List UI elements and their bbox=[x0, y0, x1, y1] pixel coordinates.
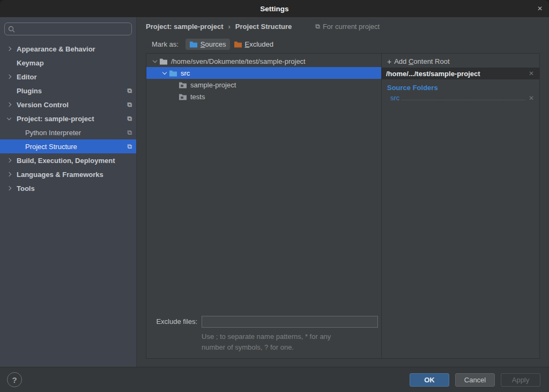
per-project-icon: ⧉ bbox=[127, 143, 132, 150]
excluded-folder-icon bbox=[234, 41, 242, 48]
per-project-icon: ⧉ bbox=[127, 87, 132, 94]
folder-icon bbox=[159, 58, 168, 65]
cancel-button[interactable]: Cancel bbox=[455, 373, 495, 387]
chevron-down-icon bbox=[153, 58, 157, 62]
sidebar-item-languages-frameworks[interactable]: Languages & Frameworks bbox=[0, 167, 136, 181]
page-title: Project Structure bbox=[235, 23, 292, 31]
source-folder-icon bbox=[189, 41, 198, 48]
content-root-details: + Add Content Root /home/.../test/sample… bbox=[381, 54, 539, 358]
ok-button[interactable]: OK bbox=[410, 373, 449, 387]
apply-button[interactable]: Apply bbox=[501, 373, 540, 387]
exclude-files-section: Exclude files: Use ; to separate name pa… bbox=[146, 316, 381, 358]
dialog-footer: ? OK Cancel Apply bbox=[0, 367, 549, 392]
mark-as-label: Mark as: bbox=[152, 40, 179, 48]
sidebar-item-plugins[interactable]: Plugins ⧉ bbox=[0, 84, 136, 98]
per-project-icon: ⧉ bbox=[127, 115, 132, 122]
sidebar-item-appearance-behavior[interactable]: Appearance & Behavior bbox=[0, 42, 136, 56]
exclude-files-hint: Use ; to separate name patterns, * for a… bbox=[202, 331, 384, 353]
content-root-path: /home/.../test/sample-project bbox=[386, 70, 528, 78]
content-root-tree: /home/sven/Dokumente/test/sample-project… bbox=[146, 54, 381, 358]
settings-sidebar: Appearance & Behavior Keymap Editor Plug… bbox=[0, 17, 137, 367]
exclude-files-input[interactable] bbox=[202, 316, 378, 328]
scope-label: For current project bbox=[323, 23, 380, 31]
chevron-right-icon bbox=[7, 158, 11, 162]
chevron-down-icon bbox=[7, 115, 11, 120]
folder-icon bbox=[179, 82, 187, 88]
tree-child-label: tests bbox=[190, 93, 205, 101]
sidebar-item-version-control[interactable]: Version Control ⧉ bbox=[0, 98, 136, 112]
breadcrumb-project: Project: sample-project bbox=[146, 23, 224, 31]
source-folder-path: src bbox=[390, 94, 399, 102]
mark-sources-button[interactable]: Sources bbox=[186, 39, 230, 50]
sidebar-item-editor[interactable]: Editor bbox=[0, 70, 136, 84]
per-project-icon: ⧉ bbox=[127, 101, 132, 108]
per-project-icon: ⧉ bbox=[315, 23, 320, 30]
source-folder-icon bbox=[169, 70, 177, 77]
sidebar-item-keymap[interactable]: Keymap bbox=[0, 56, 136, 70]
sidebar-item-python-interpreter[interactable]: Python Interpreter ⧉ bbox=[0, 125, 136, 139]
breadcrumb-separator-icon: › bbox=[228, 23, 231, 31]
tree-child-label: sample-project bbox=[190, 81, 236, 89]
sidebar-item-build-execution-deployment[interactable]: Build, Execution, Deployment bbox=[0, 153, 136, 167]
source-folder-row[interactable]: src ✕ bbox=[382, 93, 539, 102]
mark-as-toolbar: Mark as: Sources Excluded bbox=[146, 35, 540, 53]
tree-row-tests[interactable]: tests bbox=[146, 91, 381, 102]
sidebar-item-project-sample-project[interactable]: Project: sample-project ⧉ bbox=[0, 112, 136, 125]
help-button[interactable]: ? bbox=[7, 372, 22, 387]
dotted-leader bbox=[402, 94, 525, 100]
chevron-down-icon bbox=[162, 70, 167, 74]
mark-excluded-button[interactable]: Excluded bbox=[230, 39, 277, 50]
plus-icon: + bbox=[387, 57, 391, 66]
scope-indicator: ⧉ For current project bbox=[312, 23, 380, 31]
remove-content-root-icon[interactable]: ✕ bbox=[528, 70, 535, 77]
close-icon[interactable]: ✕ bbox=[536, 4, 544, 13]
sidebar-nav: Appearance & Behavior Keymap Editor Plug… bbox=[0, 42, 136, 367]
chevron-right-icon bbox=[7, 172, 11, 176]
add-content-root-button[interactable]: + Add Content Root bbox=[382, 55, 539, 68]
source-folders-heading: Source Folders bbox=[382, 79, 539, 93]
breadcrumb: Project: sample-project › Project Struct… bbox=[146, 17, 540, 35]
tree-root-path: /home/sven/Dokumente/test/sample-project bbox=[171, 57, 306, 65]
sidebar-item-tools[interactable]: Tools bbox=[0, 181, 136, 195]
tree-row-sample-project[interactable]: sample-project bbox=[146, 79, 381, 91]
chevron-right-icon bbox=[7, 186, 11, 190]
chevron-right-icon bbox=[7, 47, 11, 51]
content-root-row[interactable]: /home/.../test/sample-project ✕ bbox=[382, 68, 539, 79]
tree-row-root[interactable]: /home/sven/Dokumente/test/sample-project bbox=[146, 55, 381, 67]
exclude-files-label: Exclude files: bbox=[146, 317, 197, 326]
chevron-right-icon bbox=[7, 102, 11, 107]
settings-dialog: Settings ✕ Appearance & Behavior Keymap bbox=[0, 0, 549, 392]
folder-icon bbox=[179, 93, 187, 100]
search-box[interactable] bbox=[4, 23, 132, 35]
search-icon bbox=[8, 26, 15, 33]
sidebar-item-project-structure[interactable]: Project Structure ⧉ bbox=[0, 139, 136, 153]
chevron-right-icon bbox=[7, 75, 11, 79]
remove-source-folder-icon[interactable]: ✕ bbox=[528, 94, 535, 102]
tree-src-label: src bbox=[181, 69, 190, 77]
titlebar: Settings ✕ bbox=[0, 0, 549, 17]
per-project-icon: ⧉ bbox=[127, 129, 132, 136]
tree-row-src[interactable]: src bbox=[146, 67, 381, 79]
window-title: Settings bbox=[260, 5, 288, 13]
search-input[interactable] bbox=[18, 25, 128, 33]
